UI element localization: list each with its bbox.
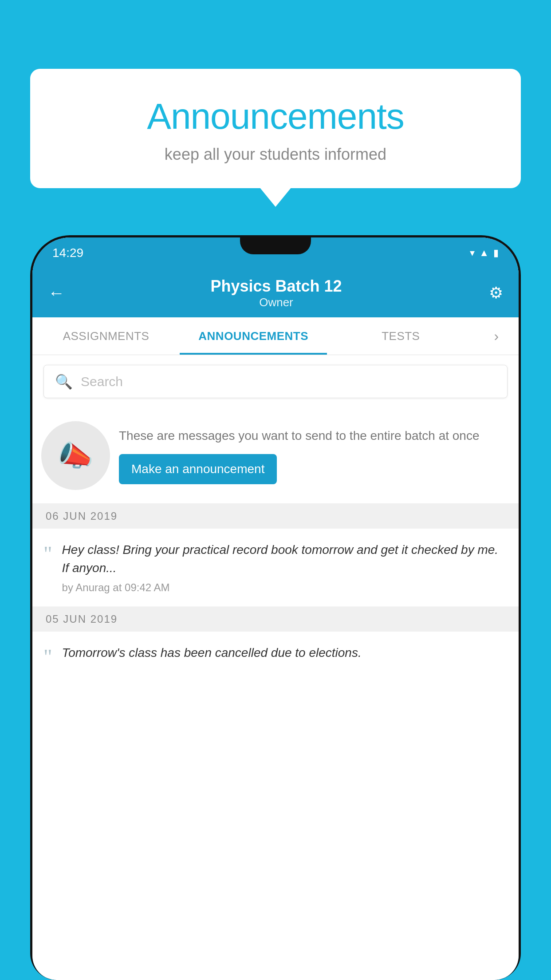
status-time: 14:29	[52, 246, 83, 260]
announcement-1-text: Hey class! Bring your practical record b…	[62, 541, 508, 577]
phone-top-bar: 14:29 ▾ ▲ ▮ ← Physics Batch 12 Owner ⚙	[32, 237, 519, 355]
date-separator-1: 06 JUN 2019	[32, 504, 519, 529]
scrollable-content: 🔍 Search 📣 These are messages you want t…	[32, 355, 519, 980]
announcement-2-text: Tomorrow's class has been cancelled due …	[62, 644, 362, 662]
tab-announcements[interactable]: ANNOUNCEMENTS	[180, 317, 327, 355]
announcement-item-1: " Hey class! Bring your practical record…	[32, 529, 519, 607]
announcement-item-2: " Tomorrow's class has been cancelled du…	[32, 632, 519, 680]
phone-inner: 14:29 ▾ ▲ ▮ ← Physics Batch 12 Owner ⚙	[32, 237, 519, 980]
app-bar: ← Physics Batch 12 Owner ⚙	[32, 269, 519, 317]
search-placeholder: Search	[81, 374, 123, 389]
tab-more[interactable]: ›	[474, 317, 519, 355]
search-icon: 🔍	[55, 373, 73, 390]
quote-icon-2: "	[43, 646, 52, 668]
battery-icon: ▮	[493, 247, 499, 259]
back-button[interactable]: ←	[48, 284, 65, 303]
signal-icon: ▲	[479, 247, 489, 259]
card-subtitle: keep all your students informed	[52, 145, 499, 164]
tab-assignments[interactable]: ASSIGNMENTS	[32, 317, 180, 355]
make-announcement-button[interactable]: Make an announcement	[119, 454, 277, 484]
settings-button[interactable]: ⚙	[489, 284, 503, 302]
phone-frame: 14:29 ▾ ▲ ▮ ← Physics Batch 12 Owner ⚙	[30, 235, 521, 980]
status-icons: ▾ ▲ ▮	[470, 247, 499, 259]
card-title: Announcements	[52, 95, 499, 137]
promo-content: These are messages you want to send to t…	[119, 427, 508, 484]
date-separator-2: 05 JUN 2019	[32, 607, 519, 632]
app-bar-title-area: Physics Batch 12 Owner	[76, 277, 476, 309]
megaphone-icon: 📣	[58, 439, 94, 473]
announcement-1-meta: by Anurag at 09:42 AM	[62, 581, 508, 594]
wifi-icon: ▾	[470, 247, 475, 259]
search-bar[interactable]: 🔍 Search	[43, 365, 508, 398]
announcement-2-content: Tomorrow's class has been cancelled due …	[62, 644, 362, 667]
promo-description: These are messages you want to send to t…	[119, 427, 508, 444]
quote-icon-1: "	[43, 543, 52, 565]
phone-notch	[240, 237, 311, 254]
promo-icon-circle: 📣	[41, 421, 110, 490]
phone-content: 14:29 ▾ ▲ ▮ ← Physics Batch 12 Owner ⚙	[32, 237, 519, 980]
promo-section: 📣 These are messages you want to send to…	[32, 408, 519, 504]
app-bar-title: Physics Batch 12	[76, 277, 476, 296]
tabs-bar: ASSIGNMENTS ANNOUNCEMENTS TESTS ›	[32, 317, 519, 355]
announcement-1-content: Hey class! Bring your practical record b…	[62, 541, 508, 594]
tab-tests[interactable]: TESTS	[327, 317, 474, 355]
speech-bubble-card: Announcements keep all your students inf…	[30, 69, 521, 188]
app-bar-subtitle: Owner	[76, 296, 476, 309]
